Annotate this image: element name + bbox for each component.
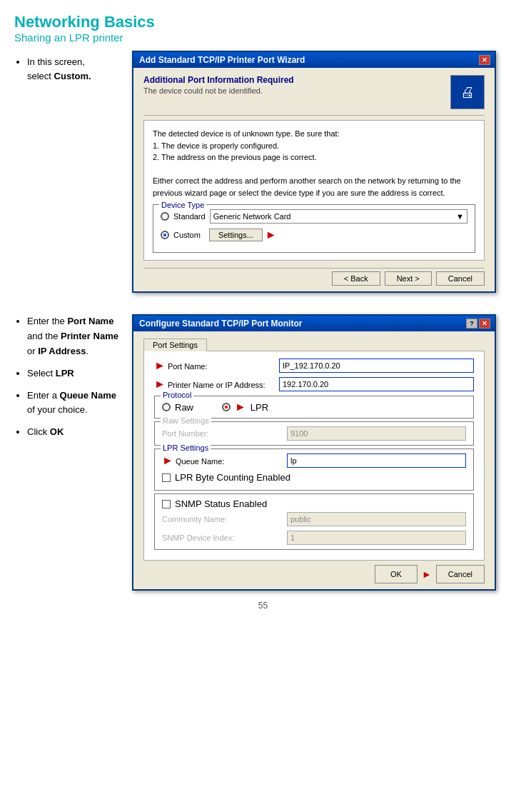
printer-name-label: ► Printer Name or IP Address: <box>154 378 279 391</box>
printer-name-input[interactable] <box>279 377 474 391</box>
wizard-header-section: Additional Port Information Required The… <box>143 75 485 109</box>
dropdown-arrow-icon: ▼ <box>456 211 464 223</box>
snmp-status-checkbox[interactable] <box>162 500 171 508</box>
dialog2-cancel-button[interactable]: Cancel <box>436 565 485 583</box>
dialog2-title: Configure Standard TCP/IP Port Monitor <box>139 319 302 329</box>
bullet-port-name: Enter the Port Name and the Printer Name… <box>27 314 125 359</box>
raw-radio-label: Raw <box>175 402 193 413</box>
community-name-input <box>287 512 466 526</box>
settings-arrow-indicator: ► <box>265 226 277 244</box>
cancel-button[interactable]: Cancel <box>436 271 485 286</box>
lpr-byte-counting-checkbox[interactable] <box>162 473 171 482</box>
port-settings-tab[interactable]: Port Settings <box>143 339 207 351</box>
lpr-byte-counting-row: LPR Byte Counting Enabled <box>162 472 466 483</box>
standard-radio-label: Standard <box>173 211 206 223</box>
snmp-status-row: SNMP Status Enabled <box>162 498 466 509</box>
dialog2-body: Port Settings ► Port Name: ► <box>133 331 495 589</box>
back-button[interactable]: < Back <box>332 271 380 286</box>
body-line3: 2. The address on the previous page is c… <box>153 151 475 164</box>
port-name-arrow: ► <box>154 359 166 371</box>
body-line2: 1. The device is properly configured. <box>153 140 475 152</box>
ok-arrow-indicator: ► <box>422 565 432 583</box>
dialog2-ok-button[interactable]: OK <box>375 565 418 583</box>
wizard-header-text: Additional Port Information Required The… <box>143 75 445 95</box>
custom-radio-row: Custom Settings... ► <box>161 226 467 244</box>
next-button[interactable]: Next > <box>385 271 432 286</box>
wizard-printer-icon: 🖨 <box>450 75 485 109</box>
lpr-byte-counting-label: LPR Byte Counting Enabled <box>175 472 290 483</box>
lpr-radio[interactable] <box>222 403 231 411</box>
bullet-1-text: In this screen, select Custom. <box>14 51 132 87</box>
second-content-row: Enter the Port Name and the Printer Name… <box>14 314 512 591</box>
queue-name-input[interactable] <box>287 453 466 468</box>
wizard-header-title: Additional Port Information Required <box>143 75 445 85</box>
printer-name-row: ► Printer Name or IP Address: <box>154 377 474 391</box>
dialog1-titlebar: Add Standard TCP/IP Printer Port Wizard … <box>133 52 495 68</box>
body-para: Either correct the address and perform a… <box>153 175 475 199</box>
snmp-device-label: SNMP Device Index: <box>162 533 287 542</box>
snmp-device-row: SNMP Device Index: <box>162 531 466 545</box>
printer-name-arrow: ► <box>154 378 166 390</box>
device-type-section: Device Type Standard Generic Network Car… <box>153 204 475 253</box>
dialog-tcpip-wizard: Add Standard TCP/IP Printer Port Wizard … <box>132 51 496 293</box>
raw-settings-section: Raw Settings Port Number: <box>154 421 474 446</box>
community-name-label: Community Name: <box>162 515 287 523</box>
port-number-input <box>287 426 466 441</box>
port-number-row: Port Number: <box>162 426 466 441</box>
dialog2-help-btn[interactable]: ? <box>466 319 477 329</box>
dialog1-titlebar-btns: ✕ <box>479 55 490 65</box>
lpr-radio-label: LPR <box>251 402 268 413</box>
dialog1-close-btn[interactable]: ✕ <box>479 55 490 65</box>
device-type-dropdown[interactable]: Generic Network Card ▼ <box>210 209 467 224</box>
raw-radio[interactable] <box>162 403 171 411</box>
queue-name-label: ► Queue Name: <box>162 454 287 467</box>
community-name-row: Community Name: <box>162 512 466 526</box>
lpr-settings-label: LPR Settings <box>161 443 211 452</box>
bullet-queue-name: Enter a Queue Name of your choice. <box>27 389 125 418</box>
port-settings-content: ► Port Name: ► Printer Name or IP Addres… <box>143 351 485 561</box>
page-header: Networking Basics Sharing an LPR printer <box>14 13 512 44</box>
protocol-section: Protocol Raw ► LPR <box>154 396 474 418</box>
queue-name-row: ► Queue Name: <box>162 453 466 468</box>
port-name-row: ► Port Name: <box>154 359 474 373</box>
raw-settings-label: Raw Settings <box>161 416 211 425</box>
port-name-label: ► Port Name: <box>154 359 279 372</box>
port-name-input[interactable] <box>279 359 474 373</box>
standard-radio-row: Standard Generic Network Card ▼ <box>161 209 467 224</box>
port-number-label: Port Number: <box>162 429 287 438</box>
dialog2-footer: OK ► Cancel <box>143 561 485 583</box>
snmp-section: SNMP Status Enabled Community Name: SNMP… <box>154 493 474 550</box>
dialog-configure-port: Configure Standard TCP/IP Port Monitor ?… <box>132 314 496 591</box>
page-title: Networking Basics <box>14 13 512 31</box>
bullets-left: Enter the Port Name and the Printer Name… <box>14 314 132 447</box>
bullet-click-ok: Click OK <box>27 425 125 440</box>
page-subtitle: Sharing an LPR printer <box>14 31 512 44</box>
queue-name-arrow: ► <box>162 454 173 466</box>
first-content-row: In this screen, select Custom. Add Stand… <box>14 51 512 293</box>
device-type-label: Device Type <box>159 199 206 211</box>
settings-button[interactable]: Settings... <box>209 229 263 241</box>
dialog2-titlebar-btns: ? ✕ <box>466 319 490 329</box>
standard-radio[interactable] <box>161 212 169 221</box>
wizard-content-area: The detected device is of unknown type. … <box>143 120 485 261</box>
wizard-header-sub: The device could not be identified. <box>143 86 445 95</box>
protocol-label: Protocol <box>161 391 193 399</box>
page-number: 55 <box>14 601 512 615</box>
dialog1-body: Additional Port Information Required The… <box>133 68 495 291</box>
dialog2-titlebar: Configure Standard TCP/IP Port Monitor ?… <box>133 316 495 331</box>
custom-radio[interactable] <box>161 231 169 239</box>
dialog2-close-btn[interactable]: ✕ <box>479 319 490 329</box>
lpr-arrow: ► <box>235 401 246 413</box>
lpr-settings-section: LPR Settings ► Queue Name: LPR Byte Coun… <box>154 448 474 491</box>
custom-radio-label: Custom <box>173 229 201 241</box>
dialog1-title: Add Standard TCP/IP Printer Port Wizard <box>139 55 305 65</box>
bullet-select-lpr: Select LPR <box>27 366 125 381</box>
body-line1: The detected device is of unknown type. … <box>153 128 475 140</box>
protocol-row: Raw ► LPR <box>162 401 466 413</box>
wizard-footer: < Back Next > Cancel <box>143 268 485 286</box>
snmp-status-label: SNMP Status Enabled <box>175 498 267 509</box>
snmp-device-input <box>287 531 466 545</box>
